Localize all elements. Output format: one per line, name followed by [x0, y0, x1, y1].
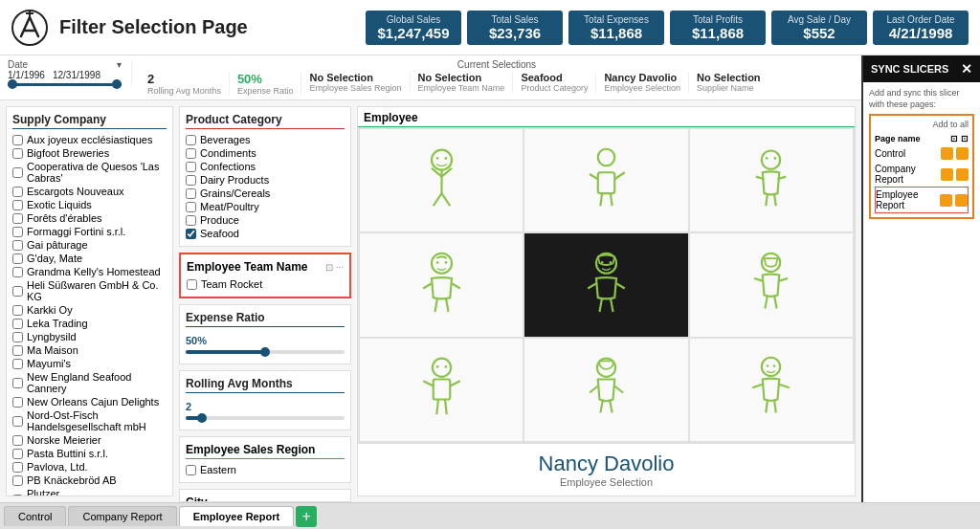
supply-checkbox[interactable]	[12, 253, 23, 264]
supply-checkbox[interactable]	[12, 416, 23, 427]
supply-item[interactable]: Cooperativa de Quesos 'Las Cabras'	[12, 160, 167, 185]
supply-item[interactable]: Lyngbysild	[12, 330, 167, 343]
supply-item[interactable]: Pasta Buttini s.r.l.	[12, 447, 167, 460]
supply-checkbox[interactable]	[12, 462, 23, 473]
supply-checkbox[interactable]	[12, 475, 23, 486]
supply-checkbox[interactable]	[12, 332, 23, 342]
add-tab-button[interactable]: +	[296, 506, 317, 527]
supply-checkbox[interactable]	[12, 449, 23, 459]
team-rocket-item[interactable]: Team Rocket	[187, 277, 344, 291]
product-item[interactable]: Condiments	[186, 146, 345, 160]
focus-icon[interactable]: ⊡	[325, 262, 333, 273]
sync-company-report-row[interactable]: Company Report	[875, 162, 969, 187]
supply-item[interactable]: Karkki Oy	[12, 303, 167, 317]
product-checkbox[interactable]	[186, 175, 196, 186]
product-checkbox[interactable]	[186, 202, 196, 212]
supply-item[interactable]: Bigfoot Breweries	[12, 146, 167, 160]
emp-cell-4[interactable]	[359, 232, 523, 337]
product-item[interactable]: Dairy Products	[186, 173, 345, 187]
supply-item[interactable]: Plutzer Lebensmittelgroßmärkte AG	[12, 487, 167, 496]
sync-control-icon2[interactable]	[956, 147, 969, 160]
supply-checkbox[interactable]	[12, 495, 23, 497]
product-checkbox[interactable]	[186, 135, 196, 145]
product-item[interactable]: Grains/Cereals	[186, 187, 345, 200]
supply-checkbox[interactable]	[12, 305, 23, 316]
supply-item[interactable]: Escargots Nouveaux	[12, 185, 167, 198]
supply-checkbox[interactable]	[12, 240, 23, 251]
supply-item[interactable]: Aux joyeux ecclésiastiques	[12, 133, 167, 146]
supply-item[interactable]: Leka Trading	[12, 317, 167, 330]
tab-control[interactable]: Control	[4, 506, 66, 526]
emp-cell-7[interactable]	[359, 338, 523, 442]
emp-cell-1[interactable]	[359, 128, 523, 232]
sync-company-icon1[interactable]	[941, 168, 953, 181]
rolling-avg-slider[interactable]	[186, 416, 345, 420]
supply-item[interactable]: G'day, Mate	[12, 252, 167, 265]
supply-checkbox[interactable]	[12, 187, 23, 197]
supply-item[interactable]: Gai pâturage	[12, 238, 167, 252]
sync-employee-icon2[interactable]	[955, 194, 968, 207]
emp-cell-3[interactable]	[689, 128, 854, 232]
product-item[interactable]: Produce	[186, 213, 345, 227]
supply-item[interactable]: Mayumi's	[12, 357, 167, 370]
supply-checkbox[interactable]	[12, 167, 23, 178]
tab-employee-report[interactable]: Employee Report	[179, 506, 294, 526]
emp-cell-2[interactable]	[523, 128, 688, 232]
date-slider-left-thumb[interactable]	[8, 79, 17, 89]
product-checkbox[interactable]	[186, 229, 196, 239]
eastern-item[interactable]: Eastern	[186, 463, 345, 476]
date-slider[interactable]	[8, 83, 122, 86]
supply-checkbox[interactable]	[12, 319, 23, 329]
rolling-avg-thumb[interactable]	[197, 413, 207, 423]
supply-item[interactable]: New Orleans Cajun Delights	[12, 395, 167, 408]
expense-ratio-thumb[interactable]	[260, 347, 270, 357]
expense-ratio-slider[interactable]	[186, 350, 345, 354]
product-checkbox[interactable]	[186, 215, 196, 226]
eastern-checkbox[interactable]	[186, 465, 196, 475]
supply-checkbox[interactable]	[12, 378, 23, 388]
product-item[interactable]: Confections	[186, 160, 345, 173]
supply-item[interactable]: Heli Süßwaren GmbH & Co. KG	[12, 278, 167, 303]
supply-checkbox[interactable]	[12, 397, 23, 408]
date-slider-right-thumb[interactable]	[112, 79, 122, 89]
emp-cell-8[interactable]	[523, 338, 688, 442]
supply-checkbox[interactable]	[12, 213, 23, 224]
supply-checkbox[interactable]	[12, 345, 23, 356]
supply-checkbox[interactable]	[12, 435, 23, 446]
product-checkbox[interactable]	[186, 162, 196, 172]
product-checkbox[interactable]	[186, 148, 196, 159]
product-item[interactable]: Meat/Poultry	[186, 200, 345, 213]
sync-control-row[interactable]: Control	[875, 145, 969, 162]
supply-item[interactable]: Norske Meierier	[12, 433, 167, 447]
sync-employee-icon1[interactable]	[940, 194, 952, 207]
product-item[interactable]: Seafood	[186, 227, 345, 240]
supply-item[interactable]: Pavlova, Ltd.	[12, 460, 167, 474]
supply-item[interactable]: PB Knäckebröd AB	[12, 474, 167, 487]
emp-cell-nancy[interactable]	[523, 232, 688, 337]
sync-company-icon2[interactable]	[956, 168, 969, 181]
sync-employee-report-row[interactable]: Employee Report	[875, 187, 969, 213]
supply-checkbox[interactable]	[12, 286, 23, 297]
team-rocket-checkbox[interactable]	[187, 279, 197, 290]
supply-checkbox[interactable]	[12, 135, 23, 145]
supply-item[interactable]: Grandma Kelly's Homestead	[12, 265, 167, 278]
supply-checkbox[interactable]	[12, 267, 23, 277]
emp-cell-9[interactable]	[689, 338, 854, 442]
product-item[interactable]: Beverages	[186, 133, 345, 146]
supply-item[interactable]: New England Seafood Cannery	[12, 370, 167, 395]
tab-company-report[interactable]: Company Report	[68, 506, 176, 526]
supply-checkbox[interactable]	[12, 227, 23, 237]
supply-item[interactable]: Ma Maison	[12, 343, 167, 357]
supply-item[interactable]: Forêts d'érables	[12, 211, 167, 225]
product-checkbox[interactable]	[186, 188, 196, 199]
more-icon[interactable]: ···	[336, 262, 344, 273]
supply-checkbox[interactable]	[12, 148, 23, 159]
supply-item[interactable]: Formaggi Fortini s.r.l.	[12, 225, 167, 238]
emp-cell-6[interactable]	[689, 232, 854, 337]
supply-item[interactable]: Nord-Ost-Fisch Handelsgesellschaft mbH	[12, 408, 167, 433]
supply-item[interactable]: Exotic Liquids	[12, 198, 167, 211]
sync-close-button[interactable]: ✕	[961, 61, 972, 77]
date-dropdown-icon[interactable]: ▾	[117, 59, 122, 70]
sync-control-icon1[interactable]	[941, 147, 953, 160]
supply-checkbox[interactable]	[12, 200, 23, 210]
